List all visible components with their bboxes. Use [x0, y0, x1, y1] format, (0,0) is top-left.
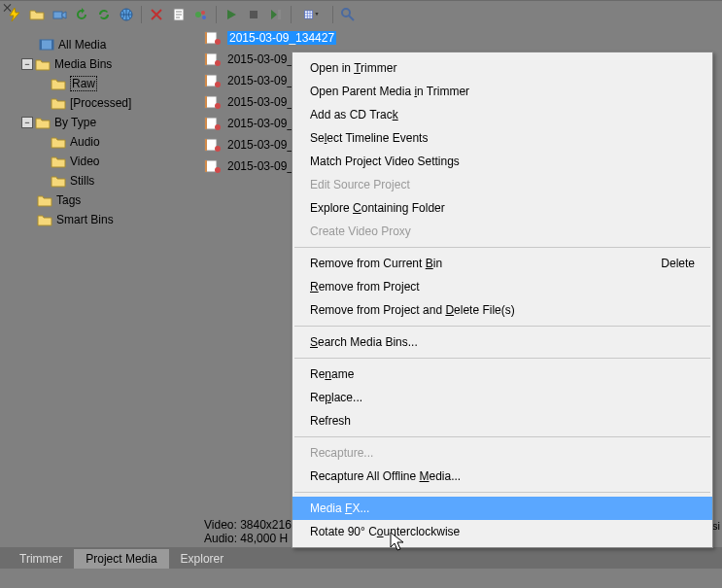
menu-select-timeline[interactable]: Select Timeline Events — [292, 126, 712, 150]
svg-rect-1 — [53, 12, 62, 18]
svg-point-7 — [202, 16, 206, 19]
svg-rect-17 — [52, 40, 53, 50]
menu-media-fx[interactable]: Media FX... — [292, 497, 712, 520]
menu-remove-project[interactable]: Remove from Project — [292, 275, 712, 298]
svg-rect-34 — [205, 139, 207, 151]
bottom-tabs: Trimmer Project Media Explorer — [0, 547, 722, 569]
properties-icon[interactable] — [168, 4, 189, 25]
collapse-icon[interactable]: − — [21, 117, 33, 128]
svg-rect-22 — [205, 53, 207, 65]
tree-label: Video — [70, 155, 99, 168]
play-icon[interactable] — [221, 4, 242, 25]
tree-label: All Media — [58, 38, 106, 52]
media-item[interactable]: 2015-03-09_134427 — [198, 27, 722, 49]
status-bar: Video: 3840x216 Audio: 48,000 H — [204, 518, 292, 545]
tree-raw[interactable]: Raw — [0, 74, 194, 93]
search-icon[interactable] — [337, 4, 359, 25]
tree-video[interactable]: Video — [0, 152, 194, 171]
collapse-icon[interactable]: − — [21, 58, 33, 70]
menu-open-trimmer[interactable]: Open in Trimmer — [292, 56, 712, 80]
media-item-label: 2015-03-09_ — [227, 159, 293, 173]
folder-icon — [51, 155, 66, 168]
svg-rect-31 — [205, 118, 207, 129]
context-menu: Open in Trimmer Open Parent Media in Tri… — [292, 52, 713, 548]
svg-rect-28 — [205, 96, 207, 108]
fx-icon[interactable] — [190, 4, 212, 25]
tab-explorer[interactable]: Explorer — [169, 549, 236, 569]
auto-preview-icon[interactable] — [265, 4, 287, 25]
svg-rect-9 — [250, 11, 258, 18]
tree-label: Media Bins — [54, 57, 112, 71]
menu-edit-source: Edit Source Project — [292, 173, 712, 196]
tree-stills[interactable]: Stills — [0, 171, 194, 190]
tree-smart-bins[interactable]: Smart Bins — [0, 210, 194, 229]
menu-explore-folder[interactable]: Explore Containing Folder — [292, 196, 712, 220]
menu-create-proxy: Create Video Proxy — [292, 220, 712, 243]
menu-refresh[interactable]: Refresh — [292, 409, 712, 432]
recycle-icon[interactable] — [93, 4, 115, 25]
svg-rect-11 — [278, 10, 281, 19]
svg-rect-16 — [40, 40, 42, 50]
media-item-label: 2015-03-09_134427 — [227, 31, 336, 45]
tree-processed[interactable]: [Processed] — [0, 93, 194, 113]
refresh-icon[interactable] — [71, 4, 92, 25]
media-item-label: 2015-03-09_ — [227, 74, 293, 87]
folder-icon — [35, 116, 51, 129]
clip-icon — [204, 115, 222, 132]
tab-trimmer[interactable]: Trimmer — [8, 549, 74, 569]
menu-rotate-ccw[interactable]: Rotate 90° Counterclockwise — [292, 520, 712, 543]
tree-label: Smart Bins — [56, 213, 114, 226]
folder-icon — [37, 193, 52, 207]
menu-separator — [294, 358, 710, 359]
tree-label: By Type — [54, 116, 96, 129]
clip-icon — [204, 136, 222, 154]
menu-open-parent[interactable]: Open Parent Media in Trimmer — [292, 80, 712, 103]
media-icon — [39, 38, 54, 52]
toolbar-separator — [216, 6, 217, 23]
tree-tags[interactable]: Tags — [0, 190, 194, 210]
tree-label: Raw — [70, 76, 97, 91]
stop-icon[interactable] — [243, 4, 264, 25]
menu-match-settings[interactable]: Match Project Video Settings — [292, 150, 712, 173]
status-audio: Audio: 48,000 H — [204, 532, 292, 545]
open-folder-icon[interactable] — [26, 4, 48, 25]
menu-search-bins[interactable]: Search Media Bins... — [292, 330, 712, 354]
svg-point-23 — [215, 60, 221, 66]
camera-icon[interactable] — [49, 4, 70, 25]
tree-panel: All Media − Media Bins Raw [Processed] −… — [0, 27, 194, 547]
clip-icon — [204, 51, 222, 68]
svg-point-20 — [215, 39, 221, 45]
panel-close-button[interactable] — [3, 3, 13, 13]
folder-icon — [37, 213, 52, 226]
tree-by-type[interactable]: − By Type — [0, 113, 194, 132]
menu-remove-bin[interactable]: Remove from Current BinDelete — [292, 252, 712, 275]
menu-remove-delete[interactable]: Remove from Project and Delete File(s) — [292, 298, 712, 322]
media-item-label: 2015-03-09_ — [227, 52, 293, 66]
tree-label: Stills — [70, 174, 94, 188]
tree-media-bins[interactable]: − Media Bins — [0, 54, 194, 74]
tree-all-media[interactable]: All Media — [0, 35, 194, 54]
menu-rename[interactable]: Rename — [292, 363, 712, 386]
tab-project-media[interactable]: Project Media — [74, 549, 168, 569]
menu-separator — [294, 326, 710, 327]
svg-marker-10 — [271, 10, 277, 19]
svg-point-29 — [215, 103, 221, 109]
folder-icon — [51, 77, 66, 90]
menu-separator — [294, 436, 710, 437]
svg-rect-12 — [305, 11, 313, 18]
menu-replace[interactable]: Replace... — [292, 386, 712, 409]
delete-icon[interactable] — [146, 4, 167, 25]
media-item-label: 2015-03-09_ — [227, 117, 293, 130]
svg-marker-8 — [227, 10, 236, 19]
menu-recapture-all[interactable]: Recapture All Offline Media... — [292, 465, 712, 488]
clip-icon — [204, 72, 222, 89]
globe-icon[interactable] — [116, 4, 137, 25]
tree-label: Tags — [56, 193, 81, 207]
status-video: Video: 3840x216 — [204, 518, 292, 532]
svg-rect-37 — [205, 160, 207, 172]
views-icon[interactable] — [295, 4, 328, 25]
media-item-label: 2015-03-09_ — [227, 138, 293, 152]
toolbar-separator — [332, 6, 333, 23]
tree-audio[interactable]: Audio — [0, 132, 194, 152]
menu-add-cd-track[interactable]: Add as CD Track — [292, 103, 712, 126]
